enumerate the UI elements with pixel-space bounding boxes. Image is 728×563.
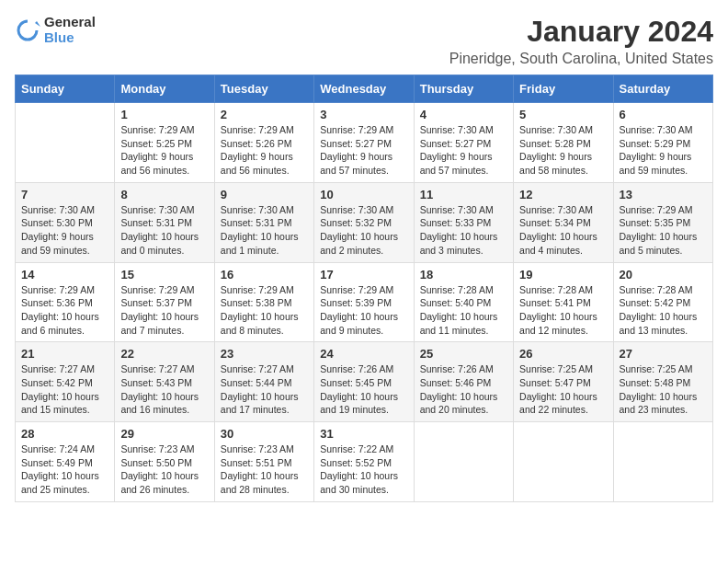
day-number: 24: [320, 347, 407, 361]
calendar-cell: 19 Sunrise: 7:28 AMSunset: 5:41 PMDaylig…: [514, 262, 613, 342]
cell-info: Sunrise: 7:28 AMSunset: 5:42 PMDaylight:…: [620, 283, 707, 338]
cell-info: Sunrise: 7:30 AMSunset: 5:32 PMDaylight:…: [320, 203, 407, 258]
day-number: 11: [420, 188, 507, 201]
calendar-cell: 6 Sunrise: 7:30 AMSunset: 5:29 PMDayligh…: [613, 103, 712, 183]
day-number: 17: [320, 268, 407, 282]
day-header-row: SundayMondayTuesdayWednesdayThursdayFrid…: [16, 75, 713, 103]
calendar-cell: 14 Sunrise: 7:29 AMSunset: 5:36 PMDaylig…: [16, 262, 115, 342]
cell-info: Sunrise: 7:25 AMSunset: 5:47 PMDaylight:…: [519, 362, 607, 417]
cell-info: Sunrise: 7:27 AMSunset: 5:44 PMDaylight:…: [221, 362, 308, 417]
calendar-cell: 31 Sunrise: 7:22 AMSunset: 5:52 PMDaylig…: [314, 422, 414, 502]
cell-info: Sunrise: 7:30 AMSunset: 5:31 PMDaylight:…: [221, 203, 308, 258]
calendar-cell: 22 Sunrise: 7:27 AMSunset: 5:43 PMDaylig…: [115, 342, 214, 422]
week-row-1: 7 Sunrise: 7:30 AMSunset: 5:30 PMDayligh…: [16, 182, 713, 262]
calendar-cell: 30 Sunrise: 7:23 AMSunset: 5:51 PMDaylig…: [214, 422, 313, 502]
day-header-friday: Friday: [514, 75, 613, 103]
day-header-wednesday: Wednesday: [314, 75, 414, 103]
calendar-cell: 29 Sunrise: 7:23 AMSunset: 5:50 PMDaylig…: [115, 422, 214, 502]
day-number: 3: [320, 108, 407, 121]
day-header-sunday: Sunday: [16, 75, 115, 103]
calendar-cell: 15 Sunrise: 7:29 AMSunset: 5:37 PMDaylig…: [115, 262, 214, 342]
week-row-4: 28 Sunrise: 7:24 AMSunset: 5:49 PMDaylig…: [16, 422, 713, 502]
calendar-cell: 26 Sunrise: 7:25 AMSunset: 5:47 PMDaylig…: [514, 342, 613, 422]
cell-info: Sunrise: 7:29 AMSunset: 5:25 PMDaylight:…: [120, 123, 208, 178]
calendar-cell: 4 Sunrise: 7:30 AMSunset: 5:27 PMDayligh…: [414, 103, 513, 183]
week-row-0: 1 Sunrise: 7:29 AMSunset: 5:25 PMDayligh…: [16, 103, 713, 183]
day-number: 30: [221, 427, 308, 441]
calendar-cell: 13 Sunrise: 7:29 AMSunset: 5:35 PMDaylig…: [613, 182, 712, 262]
week-row-3: 21 Sunrise: 7:27 AMSunset: 5:42 PMDaylig…: [16, 342, 713, 422]
day-number: 22: [120, 347, 208, 361]
cell-info: Sunrise: 7:30 AMSunset: 5:29 PMDaylight:…: [620, 123, 707, 178]
day-number: 28: [21, 427, 108, 441]
title-area: January 2024 Pineridge, South Carolina, …: [449, 15, 713, 67]
calendar-title: January 2024: [449, 15, 713, 49]
calendar-cell: 23 Sunrise: 7:27 AMSunset: 5:44 PMDaylig…: [214, 342, 313, 422]
calendar-table: SundayMondayTuesdayWednesdayThursdayFrid…: [15, 75, 713, 502]
cell-info: Sunrise: 7:29 AMSunset: 5:37 PMDaylight:…: [120, 283, 208, 338]
calendar-cell: 10 Sunrise: 7:30 AMSunset: 5:32 PMDaylig…: [314, 182, 414, 262]
calendar-cell: 8 Sunrise: 7:30 AMSunset: 5:31 PMDayligh…: [115, 182, 214, 262]
day-number: 27: [620, 347, 707, 361]
cell-info: Sunrise: 7:29 AMSunset: 5:38 PMDaylight:…: [221, 283, 308, 338]
cell-info: Sunrise: 7:29 AMSunset: 5:35 PMDaylight:…: [620, 203, 707, 258]
calendar-cell: 3 Sunrise: 7:29 AMSunset: 5:27 PMDayligh…: [314, 103, 414, 183]
day-number: 14: [21, 268, 108, 282]
calendar-cell: 7 Sunrise: 7:30 AMSunset: 5:30 PMDayligh…: [16, 182, 115, 262]
cell-info: Sunrise: 7:23 AMSunset: 5:50 PMDaylight:…: [120, 442, 208, 497]
day-number: 13: [620, 188, 707, 201]
cell-info: Sunrise: 7:28 AMSunset: 5:41 PMDaylight:…: [519, 283, 607, 338]
day-number: 12: [519, 188, 607, 201]
calendar-cell: 11 Sunrise: 7:30 AMSunset: 5:33 PMDaylig…: [414, 182, 513, 262]
calendar-cell: [613, 422, 712, 502]
day-number: 20: [620, 268, 707, 282]
cell-info: Sunrise: 7:30 AMSunset: 5:28 PMDaylight:…: [519, 123, 607, 178]
day-number: 5: [519, 108, 607, 121]
logo-text: General Blue: [44, 15, 96, 45]
day-number: 9: [221, 188, 308, 201]
cell-info: Sunrise: 7:27 AMSunset: 5:42 PMDaylight:…: [21, 362, 108, 417]
calendar-cell: 17 Sunrise: 7:29 AMSunset: 5:39 PMDaylig…: [314, 262, 414, 342]
day-number: 2: [221, 108, 308, 121]
cell-info: Sunrise: 7:30 AMSunset: 5:31 PMDaylight:…: [120, 203, 208, 258]
calendar-cell: 16 Sunrise: 7:29 AMSunset: 5:38 PMDaylig…: [214, 262, 313, 342]
calendar-cell: [514, 422, 613, 502]
cell-info: Sunrise: 7:23 AMSunset: 5:51 PMDaylight:…: [221, 442, 308, 497]
day-number: 1: [120, 108, 208, 121]
cell-info: Sunrise: 7:25 AMSunset: 5:48 PMDaylight:…: [620, 362, 707, 417]
calendar-cell: 27 Sunrise: 7:25 AMSunset: 5:48 PMDaylig…: [613, 342, 712, 422]
logo-line2: Blue: [44, 30, 96, 46]
day-number: 25: [420, 347, 507, 361]
cell-info: Sunrise: 7:22 AMSunset: 5:52 PMDaylight:…: [320, 442, 407, 497]
cell-info: Sunrise: 7:30 AMSunset: 5:34 PMDaylight:…: [519, 203, 607, 258]
day-header-tuesday: Tuesday: [214, 75, 313, 103]
logo-icon: [15, 17, 40, 43]
cell-info: Sunrise: 7:29 AMSunset: 5:27 PMDaylight:…: [320, 123, 407, 178]
calendar-cell: 25 Sunrise: 7:26 AMSunset: 5:46 PMDaylig…: [414, 342, 513, 422]
calendar-cell: [16, 103, 115, 183]
day-number: 26: [519, 347, 607, 361]
day-number: 18: [420, 268, 507, 282]
day-header-monday: Monday: [115, 75, 214, 103]
day-number: 16: [221, 268, 308, 282]
day-number: 31: [320, 427, 407, 441]
calendar-cell: 24 Sunrise: 7:26 AMSunset: 5:45 PMDaylig…: [314, 342, 414, 422]
cell-info: Sunrise: 7:26 AMSunset: 5:46 PMDaylight:…: [420, 362, 507, 417]
calendar-cell: 20 Sunrise: 7:28 AMSunset: 5:42 PMDaylig…: [613, 262, 712, 342]
day-header-thursday: Thursday: [414, 75, 513, 103]
calendar-cell: 28 Sunrise: 7:24 AMSunset: 5:49 PMDaylig…: [16, 422, 115, 502]
calendar-cell: [414, 422, 513, 502]
cell-info: Sunrise: 7:24 AMSunset: 5:49 PMDaylight:…: [21, 442, 108, 497]
svg-marker-0: [35, 21, 40, 27]
day-number: 15: [120, 268, 208, 282]
logo-line1: General: [44, 15, 96, 30]
day-number: 10: [320, 188, 407, 201]
cell-info: Sunrise: 7:29 AMSunset: 5:36 PMDaylight:…: [21, 283, 108, 338]
calendar-cell: 9 Sunrise: 7:30 AMSunset: 5:31 PMDayligh…: [214, 182, 313, 262]
cell-info: Sunrise: 7:30 AMSunset: 5:27 PMDaylight:…: [420, 123, 507, 178]
day-header-saturday: Saturday: [613, 75, 712, 103]
day-number: 8: [120, 188, 208, 201]
day-number: 6: [620, 108, 707, 121]
cell-info: Sunrise: 7:29 AMSunset: 5:26 PMDaylight:…: [221, 123, 308, 178]
calendar-cell: 2 Sunrise: 7:29 AMSunset: 5:26 PMDayligh…: [214, 103, 313, 183]
